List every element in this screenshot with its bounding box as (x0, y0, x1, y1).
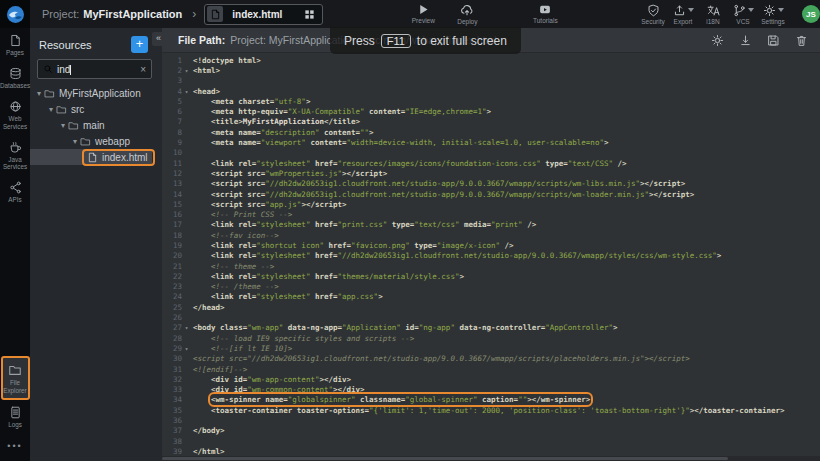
more-options-button[interactable]: ••• (7, 433, 22, 461)
fold-marker-icon[interactable]: ▾ (182, 67, 191, 74)
vcs-button[interactable]: VCS (728, 3, 758, 25)
code-line-6[interactable]: 6 <meta http-equiv="X-UA-Compatible" con… (162, 106, 820, 116)
code-line-2[interactable]: 2▾<html> (162, 65, 820, 75)
fold-marker-icon[interactable]: ▾ (182, 88, 191, 95)
sidebar-item-logs[interactable]: Logs (0, 400, 30, 433)
line-number: 14 (162, 190, 182, 199)
sidebar-item-databases[interactable]: Databases (0, 61, 30, 94)
preview-button[interactable]: Preview (401, 3, 445, 25)
code-line-8[interactable]: 8 <meta name="description" content=""> (162, 127, 820, 137)
code-line-32[interactable]: 32 <div id="wm-app-content"></div> (162, 374, 820, 384)
code-line-31[interactable]: 31<![endif]--> (162, 364, 820, 374)
code-line-4[interactable]: 4▾<head> (162, 86, 820, 96)
code-text: <body class="wm-app" data-ng-app="Applic… (191, 323, 617, 332)
i18n-button[interactable]: i18N (698, 3, 728, 25)
settings-button[interactable]: Settings (758, 3, 788, 25)
code-line-28[interactable]: 28 <!-- load IE9 specific styles and scr… (162, 333, 820, 343)
line-number: 8 (162, 128, 182, 137)
code-line-5[interactable]: 5 <meta charset="utf-8"> (162, 96, 820, 106)
chevron-down-icon (688, 8, 694, 12)
collapse-panel-button[interactable]: « (152, 32, 165, 46)
fold-marker-icon[interactable]: ▾ (182, 324, 191, 331)
code-line-19[interactable]: 19 <link rel="shortcut icon" href="favic… (162, 240, 820, 250)
code-line-10[interactable]: 10 (162, 148, 820, 158)
sidebar-item-java-services[interactable]: Java Services (0, 135, 30, 175)
code-line-21[interactable]: 21 <!-- theme --> (162, 261, 820, 271)
code-line-16[interactable]: 16 <!-- Print CSS --> (162, 209, 820, 219)
code-line-25[interactable]: 25</head> (162, 302, 820, 312)
code-text: <!doctype html> (191, 56, 261, 65)
code-text: <!--[if lt IE 10]> (191, 344, 292, 353)
code-line-18[interactable]: 18 <!--fav icon--> (162, 230, 820, 240)
security-button[interactable]: Security (638, 3, 668, 25)
code-line-30[interactable]: 30<script src="//dh2dw20653ig1.cloudfron… (162, 354, 820, 364)
scrollbar-thumb[interactable] (162, 457, 728, 460)
sidebar-item-web-services[interactable]: Web Services (0, 94, 30, 134)
tree-item-myfirstapplication[interactable]: ▾MyFirstApplication (30, 85, 152, 101)
code-line-35[interactable]: 35 <toaster-container toaster-options="{… (162, 405, 820, 415)
folder-icon (80, 136, 91, 147)
app-logo[interactable] (0, 0, 30, 28)
close-icon[interactable]: × (140, 64, 146, 75)
code-line-14[interactable]: 14 <script src="//dh2dw20653ig1.cloudfro… (162, 189, 820, 199)
code-text: <link rel="stylesheet" href="app.css"> (191, 292, 383, 301)
code-line-1[interactable]: 1<!doctype html> (162, 55, 820, 65)
code-line-34[interactable]: 34 <wm-spinner name="globalspinner" clas… (162, 395, 820, 405)
tree-item-webapp[interactable]: ▾webapp (30, 133, 152, 149)
tree-item-index-html[interactable]: index.html (30, 149, 152, 165)
code-line-36[interactable]: 36 (162, 415, 820, 425)
code-line-26[interactable]: 26 (162, 312, 820, 322)
code-line-33[interactable]: 33 <div id="wm-common-content"></div> (162, 385, 820, 395)
save-button[interactable] (767, 34, 780, 47)
line-number: 5 (162, 97, 182, 106)
code-line-24[interactable]: 24 <link rel="stylesheet" href="app.css"… (162, 292, 820, 302)
deploy-button[interactable]: Deploy (445, 3, 489, 25)
tree-item-src[interactable]: ▾src (30, 101, 152, 117)
code-text: <script src="app.js"></script> (191, 200, 347, 209)
code-text: <html> (191, 66, 220, 75)
line-number: 22 (162, 272, 182, 281)
delete-button[interactable] (795, 34, 808, 47)
code-line-37[interactable]: 37</body> (162, 426, 820, 436)
code-line-12[interactable]: 12 <script src="wmProperties.js"></scrip… (162, 168, 820, 178)
tutorials-button[interactable]: Tutorials (523, 3, 567, 25)
fold-marker-icon[interactable]: ▾ (182, 345, 191, 352)
code-text: <!--fav icon--> (191, 231, 279, 240)
code-line-38[interactable]: 38 (162, 436, 820, 446)
expand-arrow-icon[interactable]: ▾ (46, 105, 56, 114)
code-line-7[interactable]: 7 <title>MyFirstApplication</title> (162, 117, 820, 127)
code-line-22[interactable]: 22 <link rel="stylesheet" href="themes/m… (162, 271, 820, 281)
code-line-17[interactable]: 17 <link rel="stylesheet" href="print.cs… (162, 220, 820, 230)
add-resource-button[interactable]: + (131, 36, 148, 53)
editor-settings-button[interactable] (711, 34, 724, 47)
code-line-29[interactable]: 29▾ <!--[if lt IE 10]> (162, 343, 820, 353)
sidebar-item-pages[interactable]: Pages (0, 28, 30, 61)
expand-arrow-icon[interactable]: ▾ (34, 89, 44, 98)
grid-icon[interactable] (304, 9, 315, 20)
user-avatar[interactable]: JS (802, 5, 820, 23)
open-file-tab[interactable]: index.html (204, 4, 323, 25)
horizontal-scrollbar[interactable] (162, 456, 820, 461)
expand-arrow-icon[interactable]: ▾ (70, 137, 80, 146)
tab-file-name: index.html (232, 9, 282, 20)
code-line-13[interactable]: 13 <script src="//dh2dw20653ig1.cloudfro… (162, 179, 820, 189)
tree-item-main[interactable]: ▾main (30, 117, 152, 133)
chevron-right-icon: › (192, 7, 196, 21)
download-button[interactable] (739, 34, 752, 47)
code-line-27[interactable]: 27▾<body class="wm-app" data-ng-app="App… (162, 323, 820, 333)
editor-toolbar (711, 34, 808, 47)
sidebar-item-file-explorer[interactable]: File Explorer (1, 356, 30, 399)
code-line-9[interactable]: 9 <meta name="viewport" content="width=d… (162, 137, 820, 147)
line-number: 31 (162, 365, 182, 374)
code-text: <!-- /theme --> (191, 282, 279, 291)
code-line-15[interactable]: 15 <script src="app.js"></script> (162, 199, 820, 209)
search-input[interactable]: ind × (37, 59, 152, 79)
export-button[interactable]: Export (668, 3, 698, 25)
sidebar-item-apis[interactable]: APIs (0, 175, 30, 208)
code-line-23[interactable]: 23 <!-- /theme --> (162, 282, 820, 292)
code-line-3[interactable]: 3 (162, 76, 820, 86)
code-line-20[interactable]: 20 <link rel="stylesheet" href="//dh2dw2… (162, 251, 820, 261)
code-line-11[interactable]: 11 <link rel="stylesheet" href="resource… (162, 158, 820, 168)
expand-arrow-icon[interactable]: ▾ (58, 121, 68, 130)
code-area[interactable]: 1<!doctype html>2▾<html>34▾<head>5 <meta… (162, 53, 820, 461)
